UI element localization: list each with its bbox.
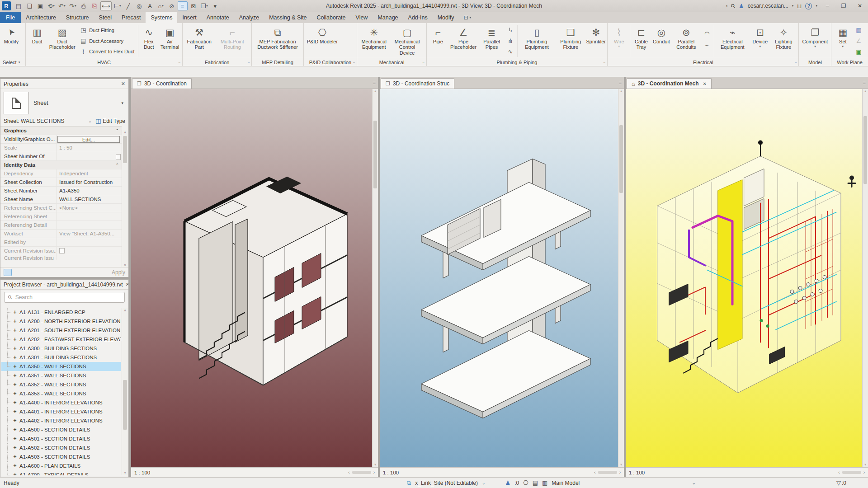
sheet-item[interactable]: + A1-A502 - SECTION DETAILS	[1, 443, 121, 452]
horizontal-scrollbar[interactable]: ‹ ›	[838, 470, 865, 475]
close-button[interactable]: ✕	[854, 0, 866, 11]
sort-default-icon[interactable]	[4, 269, 12, 276]
chevron-down-icon[interactable]: ⌄	[482, 481, 486, 485]
tab-systems[interactable]: Systems	[146, 12, 177, 23]
pid-collaboration-panel-label[interactable]: P&ID Collaboration⌄	[304, 58, 357, 66]
tab-modify[interactable]: Modify	[433, 12, 459, 23]
expand-icon[interactable]: +	[13, 381, 17, 388]
file-properties-icon[interactable]: ▤▾	[14, 1, 24, 10]
duct-button[interactable]: ▥Duct▾	[27, 24, 47, 58]
expand-icon[interactable]: +	[13, 427, 17, 433]
sheet-item[interactable]: + A1-A351 - WALL SECTIONS	[1, 371, 121, 380]
device-button[interactable]: ⊡Device▾	[750, 24, 770, 58]
redo-icon[interactable]: ↷▾	[68, 1, 78, 10]
expand-icon[interactable]: +	[13, 309, 17, 315]
collapse-icon[interactable]: ⌃	[115, 128, 122, 133]
sheet-item[interactable]: + A1-A402 - INTERIOR ELEVATIONS	[1, 416, 121, 425]
view-tab-coordination-struc[interactable]: ❒ 3D - Coordination Struc	[381, 78, 454, 89]
sheet-item[interactable]: + A1-A350 - WALL SECTIONS	[1, 362, 121, 371]
type-selector[interactable]: Sheet ▾	[0, 89, 128, 117]
help-icon[interactable]: ?	[805, 3, 812, 9]
collapse-icon[interactable]: ⌃	[115, 163, 122, 167]
tab-precast[interactable]: Precast	[117, 12, 146, 23]
electrical-equipment-button[interactable]: ⌁Electrical Equipment▾	[715, 24, 750, 58]
sheet-item[interactable]: + A1-A200 - NORTH EXTERIOR ELEVATION	[1, 317, 121, 326]
document-transfer-icon[interactable]: ⎘▾	[90, 1, 99, 10]
duct-fitting-button[interactable]: ◳Duct Fitting	[78, 25, 136, 35]
pipe-placeholder-button[interactable]: ∠Pipe Placeholder▾	[448, 24, 479, 58]
sheet-item[interactable]: + A1-A600 - PLAN DETAILS	[1, 461, 121, 470]
user-menu-arrow-icon[interactable]: ▾	[792, 4, 794, 8]
sheet-item[interactable]: + A1-A201 - SOUTH EXTERIOR ELEVATION	[1, 326, 121, 335]
active-link-label[interactable]: x_Link_Site (Not Editable)	[415, 480, 478, 486]
expand-icon[interactable]: +	[13, 418, 17, 424]
show-work-plane-button[interactable]: ▦	[854, 25, 863, 35]
fabrication-part-button[interactable]: ⚒Fabrication Part▾	[184, 24, 214, 58]
tab-file[interactable]: File	[0, 12, 21, 23]
switch-windows-icon[interactable]: ❐▾	[199, 1, 209, 10]
view-canvas-2[interactable]: ∧∨	[380, 89, 624, 467]
design-options-icon[interactable]: ⎔	[523, 479, 528, 486]
conduit-fitting-button[interactable]: ⌒	[702, 43, 712, 53]
tab-structure[interactable]: Structure	[61, 12, 94, 23]
default-3d-view-icon[interactable]: ⌂▾	[156, 1, 166, 10]
modify-panel-toggle[interactable]: ⊡▾	[464, 12, 472, 23]
sheet-item[interactable]: + A1-A400 - INTERIOR ELEVATIONS	[1, 398, 121, 407]
expand-icon[interactable]: +	[13, 327, 17, 333]
pid-modeler-button[interactable]: ⎔P&ID Modeler▾	[305, 24, 340, 58]
modify-button[interactable]: ➤ Modify	[1, 24, 21, 58]
apply-button[interactable]: Apply	[112, 269, 125, 276]
sheet-item[interactable]: + A1-A700 - TYPICAL DETAILS	[1, 470, 121, 475]
save-icon[interactable]: ▣▾	[35, 1, 45, 10]
signed-in-user[interactable]: cesar.r.escalan...	[748, 3, 788, 9]
chevron-down-icon[interactable]: ▾	[121, 101, 125, 105]
thin-lines-icon[interactable]: ≡▾	[178, 1, 188, 10]
duct-accessory-button[interactable]: ▤Duct Accessory	[78, 36, 136, 46]
close-icon[interactable]: ✕	[123, 282, 129, 287]
plumbing-equipment-button[interactable]: ▯Plumbing Equipment▾	[519, 24, 556, 58]
conduit-button[interactable]: ◎Conduit▾	[651, 24, 671, 58]
view-tabs-menu-icon[interactable]: ≡	[619, 80, 622, 85]
tab-analyze[interactable]: Analyze	[234, 12, 264, 23]
flex-pipe-button[interactable]: ∿	[505, 47, 515, 56]
tab-insert[interactable]: Insert	[177, 12, 201, 23]
tab-view[interactable]: View	[351, 12, 373, 23]
ref-plane-button[interactable]: ∠	[854, 36, 863, 46]
view-canvas-3[interactable]: ∧∨	[626, 89, 868, 467]
fabrication-panel-label[interactable]: Fabrication⌄	[183, 58, 251, 66]
instance-selector[interactable]: Sheet: WALL SECTIONS ⌄	[4, 118, 92, 124]
sheet-item[interactable]: + A1-A401 - INTERIOR ELEVATIONS	[1, 407, 121, 416]
sort-descending-icon[interactable]	[24, 269, 32, 276]
pipe-accessory-button[interactable]: ⋔	[505, 36, 515, 46]
pipe-button[interactable]: ⌐Pipe▾	[428, 24, 448, 58]
view-tab-coordination-mech[interactable]: ⌂ 3D - Coordination Mech ✕	[627, 78, 712, 89]
view-tabs-menu-icon[interactable]: ≡	[863, 80, 866, 85]
scale-button[interactable]: 1 : 100	[134, 470, 150, 475]
browser-scrollbar[interactable]: ∧ ∨	[122, 308, 128, 475]
print-icon[interactable]: ⎙▾	[79, 1, 89, 10]
undo-icon[interactable]: ↶▾	[57, 1, 67, 10]
section-icon[interactable]: ⊘▾	[167, 1, 177, 10]
sheet-item[interactable]: + A1-A301 - BUILDING SECTIONS	[1, 353, 121, 362]
view-vertical-scrollbar[interactable]: ∧∨	[372, 89, 378, 467]
expand-icon[interactable]: +	[13, 345, 17, 352]
view-vertical-scrollbar[interactable]: ∧∨	[862, 89, 868, 467]
search-input[interactable]	[15, 294, 121, 300]
customize-qat-icon[interactable]: ▾▾	[210, 1, 220, 10]
expand-icon[interactable]: +	[13, 318, 17, 324]
sheet-item[interactable]: + A1-A131 - ENLARGED RCP	[1, 308, 121, 317]
expand-icon[interactable]: +	[13, 436, 17, 442]
chevron-down-icon[interactable]: ⌄	[692, 480, 696, 485]
expand-icon[interactable]: +	[13, 472, 17, 475]
app-store-cart-icon[interactable]: ⊔	[797, 3, 802, 9]
plumbing-fixture-button[interactable]: ❑Plumbing Fixture▾	[555, 24, 586, 58]
convert-to-flex-duct-button[interactable]: ⌇Convert to Flex Duct	[78, 47, 136, 56]
lighting-fixture-button[interactable]: ✧Lighting Fixture▾	[770, 24, 797, 58]
sheet-item[interactable]: + A1-A500 - SECTION DETAILS	[1, 425, 121, 434]
sheet-item[interactable]: + A1-A352 - WALL SECTIONS	[1, 380, 121, 389]
aligned-dimension-icon[interactable]: ⊢▾	[113, 1, 123, 10]
expand-icon[interactable]: +	[13, 390, 17, 397]
electrical-panel-label[interactable]: Electrical⌄	[608, 58, 798, 66]
tab-add-ins[interactable]: Add-Ins	[403, 12, 433, 23]
set-work-plane-button[interactable]: ▦Set▾	[833, 24, 853, 58]
